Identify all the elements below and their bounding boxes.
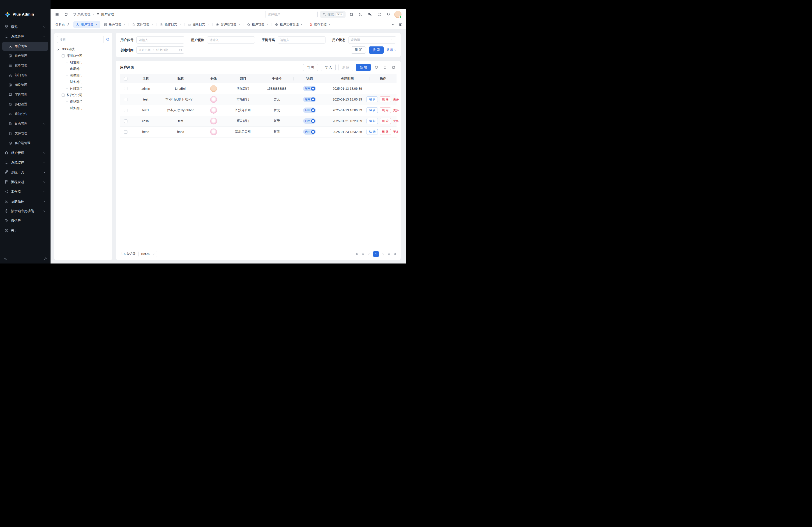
status-toggle[interactable]: 启用 xyxy=(303,107,316,113)
sidebar-item-menu-management[interactable]: 菜单管理 xyxy=(2,61,48,70)
dark-mode-toggle[interactable] xyxy=(357,11,364,18)
sidebar-item-user-management[interactable]: 用户管理 xyxy=(2,42,48,51)
tenant-select[interactable] xyxy=(265,11,318,18)
tree-node-changsha-branch[interactable]: 长沙分公司 xyxy=(61,92,110,98)
tab-login-log[interactable]: 登录日志 xyxy=(185,21,212,28)
tab-cache-monitor[interactable]: 缓存监控 xyxy=(306,21,334,28)
last-page-button[interactable] xyxy=(393,253,396,256)
sidebar-item-system-management[interactable]: 系统管理 xyxy=(2,32,48,41)
row-checkbox[interactable] xyxy=(124,87,128,90)
tab-tenant-management[interactable]: 租户管理 xyxy=(244,21,271,28)
refresh-page-button[interactable] xyxy=(63,11,70,18)
status-toggle[interactable]: 启用 xyxy=(303,86,316,91)
tree-node-shenzhen-hq[interactable]: 深圳总公司 xyxy=(61,52,110,59)
collapse-filters-link[interactable]: 收起 xyxy=(387,48,396,52)
status-toggle[interactable]: 启用 xyxy=(303,97,316,102)
row-checkbox[interactable] xyxy=(124,130,128,134)
collapse-sidebar-icon[interactable] xyxy=(4,257,7,260)
sidebar-item-system-monitoring[interactable]: 系统监控 xyxy=(2,158,48,167)
brand-logo-row[interactable]: Plus Admin xyxy=(0,9,50,20)
sidebar-item-workflow[interactable]: 工作流 xyxy=(2,187,48,196)
more-button[interactable]: 更多 xyxy=(393,118,400,124)
tree-node-dept[interactable]: 财务部门 xyxy=(66,79,110,85)
more-button[interactable]: 更多 xyxy=(393,96,400,102)
add-button[interactable]: 新 增 xyxy=(356,64,371,71)
close-icon[interactable] xyxy=(266,23,269,26)
sidebar-item-overview[interactable]: 概览 xyxy=(2,22,48,31)
tab-client-management[interactable]: 客户端管理 xyxy=(213,21,243,28)
edit-button[interactable]: 编 辑 xyxy=(366,96,378,102)
status-select[interactable]: 请选择 xyxy=(348,36,396,44)
tab-file-management[interactable]: 文件管理 xyxy=(129,21,156,28)
tab-tenant-package-management[interactable]: 租户套餐管理 xyxy=(272,21,306,28)
delete-button[interactable]: 删 除 xyxy=(338,64,353,71)
edit-button[interactable]: 编 辑 xyxy=(366,118,378,124)
delete-row-button[interactable]: 删 除 xyxy=(380,129,391,135)
edit-button[interactable]: 编 辑 xyxy=(366,107,378,113)
next-page-button[interactable] xyxy=(381,253,385,256)
table-settings-button[interactable] xyxy=(391,64,396,70)
sidebar-item-process-initiation[interactable]: 流程发起 xyxy=(2,177,48,186)
tree-node-company-root[interactable]: XXX科技 xyxy=(57,46,110,52)
fullscreen-table-button[interactable] xyxy=(382,64,388,70)
fullscreen-button[interactable] xyxy=(376,11,382,18)
export-button[interactable]: 导 出 xyxy=(303,64,318,71)
sidebar-item-tenant-management[interactable]: 租户管理 xyxy=(2,148,48,157)
pin-icon[interactable] xyxy=(67,23,70,26)
tree-refresh-icon[interactable] xyxy=(106,37,110,41)
sidebar-item-wechat-group[interactable]: 微信群 xyxy=(2,216,48,225)
close-icon[interactable] xyxy=(151,23,154,26)
close-icon[interactable] xyxy=(300,23,303,26)
delete-row-button[interactable]: 删 除 xyxy=(380,107,391,113)
tab-analysis-page[interactable]: 分析页 xyxy=(53,21,72,28)
pin-icon[interactable] xyxy=(44,257,47,260)
close-icon[interactable] xyxy=(95,23,98,26)
close-icon[interactable] xyxy=(179,23,182,26)
table-row[interactable]: test1 仅本人 密码666666 长沙分公司 暂无 启用 2025-01-1… xyxy=(120,105,396,116)
sidebar-item-file-management[interactable]: 文件管理 xyxy=(2,129,48,138)
table-row[interactable]: ceshi test 研发部门 暂无 启用 2025-01-21 10:20:3… xyxy=(120,116,396,126)
status-toggle[interactable]: 启用 xyxy=(303,129,316,135)
table-row[interactable]: test 本部门及以下 密码6... 市场部门 暂无 启用 2025-01-13… xyxy=(120,94,396,105)
import-button[interactable]: 导 入 xyxy=(321,64,336,71)
sidebar-item-notice-announcement[interactable]: 通知公告 xyxy=(2,109,48,119)
sidebar-item-about[interactable]: 关于 xyxy=(2,226,48,235)
sidebar-item-log-management[interactable]: 日志管理 xyxy=(2,119,48,128)
tree-node-dept[interactable]: 财务部门 xyxy=(66,105,110,111)
sidebar-item-client-management[interactable]: 客户端管理 xyxy=(2,139,48,148)
fast-next-button[interactable] xyxy=(387,253,391,256)
date-range-picker[interactable]: 开始日期 结束日期 xyxy=(136,46,184,54)
collapse-toggle-icon[interactable] xyxy=(61,93,65,97)
delete-row-button[interactable]: 删 除 xyxy=(380,118,391,124)
breadcrumb-system-management[interactable]: 系统管理 xyxy=(73,12,90,16)
sidebar-item-system-tools[interactable]: 系统工具 xyxy=(2,168,48,177)
sidebar-item-dictionary-management[interactable]: 字典管理 xyxy=(2,90,48,99)
tree-search-input[interactable] xyxy=(57,36,104,43)
close-icon[interactable] xyxy=(238,23,241,26)
account-input[interactable] xyxy=(136,36,184,44)
sidebar-item-my-tasks[interactable]: 我的任务 xyxy=(2,197,48,206)
tab-list-dropdown-button[interactable] xyxy=(390,21,396,28)
tab-user-management[interactable]: 用户管理 xyxy=(73,21,100,28)
global-search-button[interactable]: 搜索 ⌘ K xyxy=(320,11,346,18)
notifications-button[interactable] xyxy=(385,11,392,18)
reset-button[interactable]: 重 置 xyxy=(351,46,366,54)
hamburger-menu-button[interactable] xyxy=(54,11,60,18)
status-toggle[interactable]: 启用 xyxy=(303,118,316,124)
sidebar-item-role-management[interactable]: 角色管理 xyxy=(2,51,48,60)
language-switch-button[interactable] xyxy=(366,11,373,18)
refresh-table-button[interactable] xyxy=(374,64,379,70)
row-checkbox[interactable] xyxy=(124,98,128,101)
table-row[interactable]: admin LinaBell 研发部门 15888888888 启用 2025-… xyxy=(120,83,396,94)
nickname-input[interactable] xyxy=(207,36,255,44)
row-checkbox[interactable] xyxy=(124,109,128,112)
prev-page-button[interactable] xyxy=(367,253,371,256)
select-all-checkbox[interactable] xyxy=(124,77,128,80)
close-icon[interactable] xyxy=(207,23,209,26)
row-checkbox[interactable] xyxy=(124,119,128,123)
tab-layout-button[interactable] xyxy=(397,21,404,28)
more-button[interactable]: 更多 xyxy=(393,107,400,113)
delete-row-button[interactable]: 删 除 xyxy=(380,96,391,102)
user-avatar[interactable] xyxy=(394,11,402,18)
first-page-button[interactable] xyxy=(356,253,359,256)
